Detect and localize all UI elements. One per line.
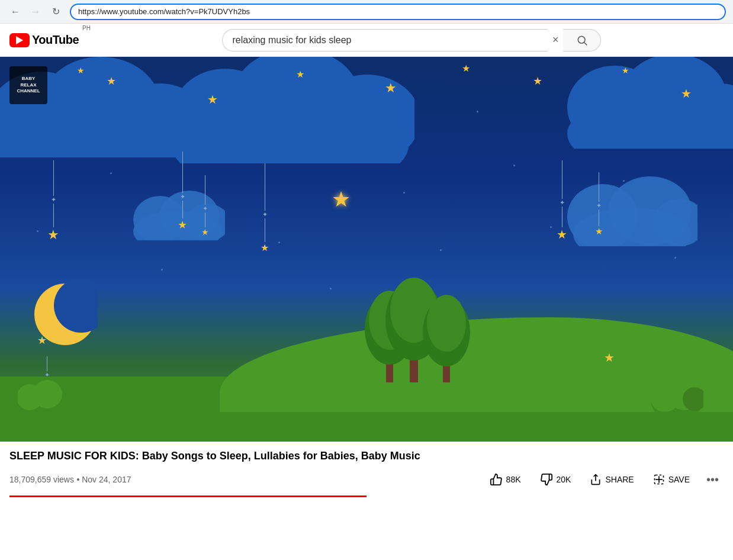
video-title: SLEEP MUSIC FOR KIDS: Baby Songs to Slee… <box>9 449 724 464</box>
cloud-top-middle <box>166 57 414 163</box>
cloud-mid-right <box>567 175 697 246</box>
save-button[interactable]: SAVE <box>646 469 697 490</box>
more-icon: ••• <box>706 473 719 486</box>
save-label: SAVE <box>668 475 690 484</box>
forward-button[interactable]: → <box>27 4 44 20</box>
youtube-icon <box>9 33 30 47</box>
star-4: ★ <box>296 69 304 80</box>
hanging-group-2: ✦ ★ <box>178 152 187 231</box>
thumbup-icon <box>490 473 503 486</box>
hanging-group-3: ✦ ★ <box>201 175 209 237</box>
hanging-group-4: ✦ ★ <box>261 163 269 253</box>
youtube-logo[interactable]: YouTube PH <box>9 33 91 47</box>
dislike-button[interactable]: 20K <box>533 468 578 491</box>
star-floating: ★ <box>604 350 615 365</box>
video-thumbnail: ★ ★ ★ ★ ★ ★ ★ ★ ★ ★ ✦ ★ ✦ ★ ✦ ★ <box>0 57 733 442</box>
dislike-count: 20K <box>557 475 571 484</box>
share-button[interactable]: SHARE <box>583 469 641 490</box>
address-bar[interactable]: https://www.youtube.com/watch?v=Pk7UDVYh… <box>70 4 726 20</box>
star-5: ★ <box>385 81 397 96</box>
progress-bar <box>9 495 366 497</box>
svg-point-33 <box>427 295 466 352</box>
view-count: 18,709,659 views <box>9 475 74 484</box>
svg-point-36 <box>33 380 62 408</box>
star-1: ★ <box>107 75 116 88</box>
hanging-group-5: ✦ ★ <box>557 160 567 242</box>
svg-line-1 <box>584 42 587 45</box>
bush-right <box>650 376 703 412</box>
like-count: 88K <box>506 475 521 484</box>
video-actions: 88K 20K SHARE <box>483 468 724 491</box>
save-icon <box>653 474 665 485</box>
more-button[interactable]: ••• <box>702 471 724 489</box>
share-label: SHARE <box>605 475 634 484</box>
star-2: ★ <box>77 66 85 75</box>
star-7: ★ <box>533 75 542 88</box>
search-button[interactable] <box>563 29 601 52</box>
nav-buttons: ← → ↻ <box>7 4 64 20</box>
hanging-group-6: ✦ ★ <box>595 172 603 237</box>
bush-left <box>18 379 65 412</box>
star-9: ★ <box>681 86 692 101</box>
svg-text:★: ★ <box>37 334 47 346</box>
star-3: ★ <box>207 92 218 107</box>
star-8: ★ <box>622 66 629 75</box>
upload-date-value: Nov 24, 2017 <box>82 475 131 484</box>
back-button[interactable]: ← <box>7 4 24 20</box>
reload-button[interactable]: ↻ <box>47 4 64 20</box>
youtube-header: YouTube PH × <box>0 24 733 57</box>
video-player[interactable]: ★ ★ ★ ★ ★ ★ ★ ★ ★ ★ ✦ ★ ✦ ★ ✦ ★ <box>0 57 733 442</box>
hanging-group-1: ✦ ★ <box>47 160 59 243</box>
country-badge: PH <box>82 25 91 31</box>
video-meta-row: 18,709,659 views • Nov 24, 2017 88K 20K <box>9 468 724 491</box>
moon: ★ ✦ <box>33 276 98 355</box>
star-center: ★ <box>332 187 351 212</box>
address-bar-wrapper: https://www.youtube.com/watch?v=Pk7UDVYh… <box>70 4 726 20</box>
browser-chrome: ← → ↻ https://www.youtube.com/watch?v=Pk… <box>0 0 733 24</box>
share-icon <box>590 474 602 485</box>
cloud-top-right <box>567 57 733 149</box>
search-input[interactable] <box>222 29 547 52</box>
svg-point-0 <box>578 36 585 43</box>
channel-overlay: BABY RELAX CHANNEL <box>9 66 47 104</box>
trees <box>355 264 474 394</box>
thumbdown-icon <box>540 473 553 486</box>
youtube-logo-text: YouTube <box>32 33 79 47</box>
star-6: ★ <box>462 63 470 74</box>
video-info: SLEEP MUSIC FOR KIDS: Baby Songs to Slee… <box>0 442 733 502</box>
search-clear-button[interactable]: × <box>548 29 564 52</box>
search-container: × <box>222 29 601 52</box>
upload-date: • <box>76 475 82 484</box>
like-button[interactable]: 88K <box>483 468 528 491</box>
video-stats: 18,709,659 views • Nov 24, 2017 <box>9 474 131 485</box>
search-icon <box>576 34 588 46</box>
